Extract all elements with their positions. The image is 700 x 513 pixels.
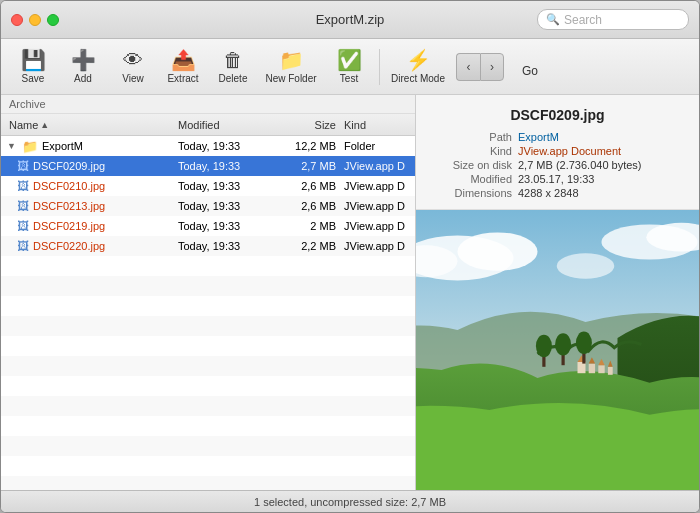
delete-button[interactable]: 🗑 Delete	[209, 44, 257, 90]
row-size: 2,6 MB	[278, 180, 340, 192]
svg-rect-11	[598, 365, 604, 373]
info-kind-row: Kind JView.app Document	[432, 145, 683, 157]
row-modified: Today, 19:33	[178, 240, 278, 252]
sort-arrow: ▲	[40, 120, 49, 130]
file-icon: 🖼	[17, 219, 29, 233]
save-label: Save	[22, 73, 45, 84]
svg-point-20	[576, 332, 592, 354]
file-panel: Archive Name ▲ Modified Size Kind ▼�	[1, 95, 416, 490]
direct-mode-label: Direct Mode	[391, 73, 445, 84]
add-label: Add	[74, 73, 92, 84]
empty-row	[1, 256, 415, 276]
file-row[interactable]: ▼📁ExportMToday, 19:3312,2 MBFolder	[1, 136, 415, 156]
empty-row	[1, 396, 415, 416]
row-name: 🖼DSCF0219.jpg	[1, 219, 178, 233]
empty-row	[1, 376, 415, 396]
row-size: 2,2 MB	[278, 240, 340, 252]
file-row[interactable]: 🖼DSCF0219.jpgToday, 19:332 MBJView.app D	[1, 216, 415, 236]
info-path-row: Path ExportM	[432, 131, 683, 143]
col-modified-header[interactable]: Modified	[178, 119, 278, 131]
maximize-button[interactable]	[47, 14, 59, 26]
filename: DSCF0219.jpg	[33, 220, 105, 232]
dimensions-value: 4288 x 2848	[518, 187, 579, 199]
file-row[interactable]: 🖼DSCF0213.jpgToday, 19:332,6 MBJView.app…	[1, 196, 415, 216]
info-size-row: Size on disk 2,7 MB (2.736.040 bytes)	[432, 159, 683, 171]
add-icon: ➕	[71, 50, 96, 70]
svg-point-16	[536, 335, 552, 357]
row-kind: JView.app D	[340, 200, 415, 212]
row-kind: JView.app D	[340, 220, 415, 232]
toolbar-separator	[379, 49, 380, 85]
direct-mode-button[interactable]: ⚡ Direct Mode	[386, 44, 450, 90]
folder-icon: 📁	[22, 139, 38, 154]
filename: DSCF0209.jpg	[33, 160, 105, 172]
extract-button[interactable]: 📤 Extract	[159, 44, 207, 90]
search-placeholder: Search	[564, 13, 602, 27]
svg-rect-13	[608, 367, 613, 375]
go-label: Go	[522, 64, 538, 78]
view-icon: 👁	[123, 50, 143, 70]
col-size-header[interactable]: Size	[278, 119, 340, 131]
nav-arrows: ‹ ›	[456, 53, 504, 81]
test-icon: ✅	[337, 50, 362, 70]
preview-panel: DSCF0209.jpg Path ExportM Kind JView.app…	[416, 95, 699, 490]
delete-label: Delete	[219, 73, 248, 84]
row-name: 🖼DSCF0209.jpg	[1, 159, 178, 173]
file-info: DSCF0209.jpg Path ExportM Kind JView.app…	[416, 95, 699, 210]
test-button[interactable]: ✅ Test	[325, 44, 373, 90]
main-window: ExportM.zip 🔍 Search 💾 Save ➕ Add 👁 View…	[0, 0, 700, 513]
direct-mode-icon: ⚡	[406, 50, 431, 70]
kind-label: Kind	[432, 145, 512, 157]
new-folder-button[interactable]: 📁 New Folder	[259, 44, 323, 90]
add-button[interactable]: ➕ Add	[59, 44, 107, 90]
row-kind: JView.app D	[340, 180, 415, 192]
delete-icon: 🗑	[223, 50, 243, 70]
filename: DSCF0210.jpg	[33, 180, 105, 192]
svg-rect-9	[589, 364, 595, 374]
archive-label: Archive	[1, 95, 415, 114]
svg-point-18	[555, 333, 571, 355]
folder-arrow-icon: ▼	[7, 141, 16, 151]
col-kind-header[interactable]: Kind	[340, 119, 415, 131]
empty-row	[1, 316, 415, 336]
search-icon: 🔍	[546, 13, 560, 26]
svg-point-2	[458, 232, 538, 270]
svg-rect-7	[578, 362, 586, 373]
preview-filename: DSCF0209.jpg	[432, 107, 683, 123]
row-modified: Today, 19:33	[178, 180, 278, 192]
path-label: Path	[432, 131, 512, 143]
view-button[interactable]: 👁 View	[109, 44, 157, 90]
file-row[interactable]: 🖼DSCF0210.jpgToday, 19:332,6 MBJView.app…	[1, 176, 415, 196]
forward-button[interactable]: ›	[480, 53, 504, 81]
row-name: 🖼DSCF0210.jpg	[1, 179, 178, 193]
empty-row	[1, 276, 415, 296]
preview-image-container	[416, 210, 699, 490]
filename: DSCF0220.jpg	[33, 240, 105, 252]
status-text: 1 selected, uncompressed size: 2,7 MB	[11, 496, 689, 508]
landscape-image	[416, 210, 699, 490]
empty-row	[1, 436, 415, 456]
file-row[interactable]: 🖼DSCF0220.jpgToday, 19:332,2 MBJView.app…	[1, 236, 415, 256]
file-icon: 🖼	[17, 199, 29, 213]
modified-label: Modified	[432, 173, 512, 185]
back-button[interactable]: ‹	[456, 53, 480, 81]
extract-label: Extract	[167, 73, 198, 84]
modified-value: 23.05.17, 19:33	[518, 173, 594, 185]
info-modified-row: Modified 23.05.17, 19:33	[432, 173, 683, 185]
search-box[interactable]: 🔍 Search	[537, 9, 689, 30]
empty-row	[1, 296, 415, 316]
save-button[interactable]: 💾 Save	[9, 44, 57, 90]
row-size: 2,7 MB	[278, 160, 340, 172]
file-list: ▼📁ExportMToday, 19:3312,2 MBFolder🖼DSCF0…	[1, 136, 415, 490]
new-folder-label: New Folder	[265, 73, 316, 84]
row-size: 2,6 MB	[278, 200, 340, 212]
minimize-button[interactable]	[29, 14, 41, 26]
statusbar: 1 selected, uncompressed size: 2,7 MB	[1, 490, 699, 512]
col-name-header[interactable]: Name ▲	[1, 119, 178, 131]
file-row[interactable]: 🖼DSCF0209.jpgToday, 19:332,7 MBJView.app…	[1, 156, 415, 176]
close-button[interactable]	[11, 14, 23, 26]
row-modified: Today, 19:33	[178, 140, 278, 152]
empty-row	[1, 336, 415, 356]
go-button[interactable]: Go	[506, 44, 554, 90]
file-icon: 🖼	[17, 159, 29, 173]
